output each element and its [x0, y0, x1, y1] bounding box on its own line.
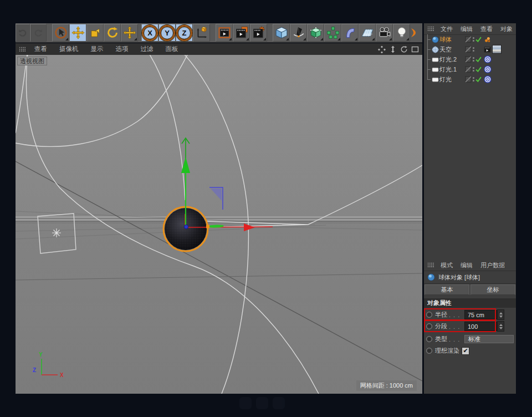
- vp-menu-display[interactable]: 显示: [85, 45, 110, 53]
- enabled-check-icon[interactable]: [475, 67, 482, 73]
- vp-menu-options[interactable]: 选项: [110, 45, 135, 53]
- render-view-icon[interactable]: [216, 24, 233, 42]
- last-tool-icon[interactable]: [121, 24, 138, 42]
- sphere-object-icon[interactable]: [431, 36, 439, 43]
- blue-angle-shape: [209, 187, 223, 210]
- x-lock-icon[interactable]: X: [141, 24, 158, 42]
- segments-stepper[interactable]: [497, 321, 504, 332]
- perspective-viewport[interactable]: 透视视图 网格间距 : 1000 cm: [16, 55, 422, 394]
- light-icon[interactable]: [393, 24, 410, 42]
- panel-grip-icon[interactable]: [19, 47, 26, 52]
- object-row-sphere[interactable]: 球体: [424, 34, 516, 44]
- light-object-icon[interactable]: [431, 66, 439, 73]
- layer-toggle-icon[interactable]: [465, 66, 472, 73]
- om-menu-edit[interactable]: 编辑: [457, 25, 477, 33]
- object-row-light[interactable]: 灯光: [424, 74, 516, 84]
- tab-basic[interactable]: 基本: [424, 284, 469, 295]
- spline-pen-icon[interactable]: [290, 24, 307, 42]
- subdivision-surface-icon[interactable]: [307, 24, 324, 42]
- toggle-view-icon[interactable]: [411, 45, 419, 53]
- texture-tag-icon[interactable]: [492, 45, 502, 54]
- om-menu-view[interactable]: 查看: [477, 25, 497, 33]
- key-circle-icon[interactable]: [426, 336, 432, 342]
- enabled-check-icon[interactable]: [475, 37, 482, 43]
- compositing-tag-icon[interactable]: [484, 46, 491, 53]
- panel-grip-icon[interactable]: [427, 26, 434, 32]
- z-lock-icon[interactable]: Z: [176, 24, 193, 42]
- visibility-dots-icon[interactable]: [473, 67, 474, 72]
- rotate-icon[interactable]: [104, 24, 121, 42]
- dolly-view-icon[interactable]: [389, 45, 397, 53]
- om-menu-file[interactable]: 文件: [437, 25, 457, 33]
- key-circle-icon[interactable]: [426, 323, 432, 329]
- light-object-icon[interactable]: [431, 56, 439, 63]
- x-axis-arrow-icon[interactable]: [244, 223, 255, 231]
- tab-coordinates[interactable]: 坐标: [470, 284, 515, 295]
- x-handle-dot[interactable]: [206, 225, 209, 228]
- object-name[interactable]: 球体: [439, 35, 464, 44]
- phong-tag-icon[interactable]: [484, 36, 491, 43]
- object-manager-menubar: 文件 编辑 查看 对象 标签: [424, 23, 516, 35]
- floor-icon[interactable]: [359, 24, 376, 42]
- object-row-light2[interactable]: 灯光.2: [424, 54, 516, 64]
- visibility-dots-icon[interactable]: [473, 37, 474, 42]
- vp-menu-view[interactable]: 查看: [28, 45, 53, 53]
- om-menu-object[interactable]: 对象: [497, 25, 516, 33]
- y-lock-icon[interactable]: Y: [158, 24, 176, 42]
- target-tag-icon[interactable]: [484, 55, 492, 63]
- redo-icon[interactable]: [30, 24, 47, 42]
- enabled-check-icon[interactable]: [475, 77, 482, 83]
- camera-icon[interactable]: [376, 24, 393, 42]
- scale-icon[interactable]: [86, 24, 104, 42]
- cube-primitive-icon[interactable]: [273, 24, 290, 42]
- key-circle-icon[interactable]: [426, 312, 432, 318]
- vp-menu-filter[interactable]: 过滤: [135, 45, 160, 53]
- coordinate-system-icon[interactable]: [193, 24, 210, 42]
- object-name[interactable]: 灯光.2: [439, 55, 464, 64]
- object-name[interactable]: 灯光.1: [439, 65, 464, 74]
- target-tag-icon[interactable]: [484, 65, 492, 73]
- render-settings-icon[interactable]: [250, 24, 267, 42]
- rotate-view-icon[interactable]: [400, 45, 408, 53]
- object-name[interactable]: 天空: [439, 45, 464, 54]
- sky-object-icon[interactable]: [431, 46, 439, 53]
- vp-menu-camera[interactable]: 摄像机: [53, 45, 85, 53]
- pan-view-icon[interactable]: [378, 45, 386, 53]
- move-icon[interactable]: [69, 24, 86, 42]
- origin-dot[interactable]: [184, 225, 188, 228]
- type-dropdown[interactable]: 标准: [464, 335, 514, 343]
- label-dots: . . .: [449, 336, 460, 343]
- bend-icon[interactable]: [341, 24, 359, 42]
- more-tools-arrow-icon[interactable]: [410, 24, 418, 42]
- object-name[interactable]: 灯光: [439, 75, 464, 84]
- ideal-render-checkbox[interactable]: ✔: [462, 347, 469, 355]
- visibility-dots-icon[interactable]: [473, 47, 474, 52]
- object-row-light1[interactable]: 灯光.1: [424, 64, 516, 74]
- am-menu-edit[interactable]: 编辑: [457, 261, 477, 269]
- vp-menu-panel[interactable]: 面板: [160, 45, 185, 53]
- key-circle-icon[interactable]: [426, 348, 432, 354]
- object-row-sky[interactable]: 天空: [424, 44, 516, 54]
- visibility-dots-icon[interactable]: [473, 77, 474, 82]
- array-icon[interactable]: [324, 24, 341, 42]
- layer-toggle-icon[interactable]: [465, 46, 472, 53]
- light-object-icon[interactable]: [431, 76, 439, 83]
- render-picture-viewer-icon[interactable]: [233, 24, 250, 42]
- radius-input[interactable]: 75 cm: [464, 310, 497, 319]
- sky-wireframe: [16, 55, 422, 394]
- radius-stepper[interactable]: [497, 309, 504, 320]
- am-menu-mode[interactable]: 模式: [437, 261, 457, 269]
- visibility-dots-icon[interactable]: [473, 57, 474, 62]
- undo-icon[interactable]: [16, 24, 30, 42]
- label-dots: . . .: [449, 323, 460, 330]
- live-selection-icon[interactable]: [52, 24, 69, 42]
- layer-toggle-icon[interactable]: [465, 36, 472, 43]
- segments-input[interactable]: 100: [464, 322, 497, 331]
- layer-toggle-icon[interactable]: [465, 56, 472, 63]
- target-tag-icon[interactable]: [484, 75, 492, 83]
- layer-toggle-icon[interactable]: [465, 76, 472, 83]
- enabled-check-icon[interactable]: [475, 57, 482, 63]
- am-menu-userdata[interactable]: 用户数据: [477, 261, 509, 269]
- grid-spacing-status: 网格间距 : 1000 cm: [356, 380, 417, 391]
- panel-grip-icon[interactable]: [427, 262, 434, 268]
